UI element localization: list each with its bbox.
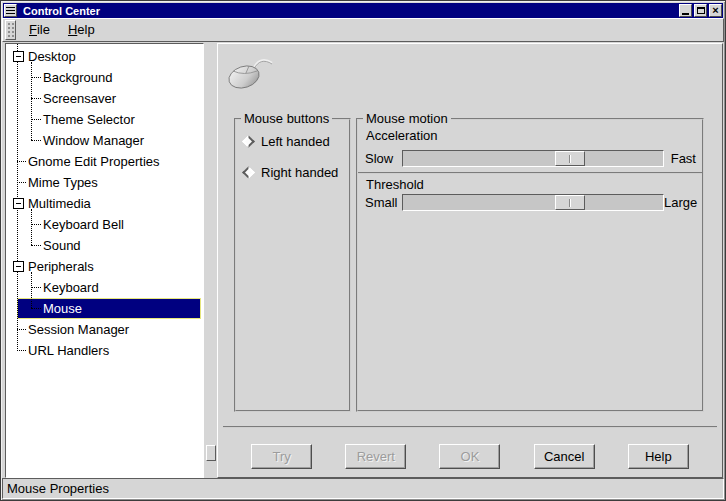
tree-item-label[interactable]: Gnome Edit Properties <box>28 154 160 169</box>
slider-handle-notch <box>569 155 571 163</box>
tree-item-label[interactable]: Desktop <box>28 49 76 64</box>
minimize-icon <box>682 13 689 15</box>
ok-button[interactable]: OK <box>439 444 500 469</box>
mouse-image <box>227 55 273 89</box>
help-button[interactable]: Help <box>628 444 689 469</box>
maximize-icon <box>697 7 705 14</box>
acceleration-slider[interactable] <box>402 150 664 167</box>
large-label: Large <box>664 195 697 210</box>
slider-handle[interactable] <box>555 195 585 210</box>
mouse-settings-panel: Mouse buttons Left handed Right handed M… <box>217 43 723 478</box>
tree-item-label[interactable]: URL Handlers <box>28 343 109 358</box>
close-icon: × <box>712 5 718 16</box>
tree-item-label[interactable]: Mime Types <box>28 175 98 190</box>
try-button[interactable]: Try <box>251 444 312 469</box>
slider-handle-notch <box>569 199 571 207</box>
mouse-buttons-group: Mouse buttons Left handed Right handed <box>234 118 351 412</box>
tree-item-mime-types[interactable]: Mime Types <box>6 172 203 193</box>
maximize-button[interactable] <box>694 4 707 17</box>
tree-item-label[interactable]: Sound <box>43 238 81 253</box>
tree-item-keyboard[interactable]: Keyboard <box>6 277 203 298</box>
minus-glyph <box>16 56 21 57</box>
tree-item-label[interactable]: Background <box>43 70 112 85</box>
window-menu-icon <box>6 7 15 15</box>
radio-label[interactable]: Left handed <box>261 134 330 149</box>
menu-drag-handle[interactable] <box>5 20 16 40</box>
tree-collapse-icon[interactable] <box>13 198 24 209</box>
tree-item-label[interactable]: Peripherals <box>28 259 94 274</box>
tree-item-mouse[interactable]: Mouse <box>6 298 203 319</box>
mouse-motion-legend: Mouse motion <box>363 111 451 126</box>
tree-guide-line <box>31 209 32 245</box>
mouse-motion-group: Mouse motion Acceleration Slow Fast Thre… <box>356 118 704 412</box>
tree-item-label[interactable]: Multimedia <box>28 196 91 211</box>
window-title: Control Center <box>23 5 100 17</box>
tree-item-peripherals[interactable]: Peripherals <box>6 256 203 277</box>
pane-grip[interactable] <box>206 445 216 461</box>
tree-item-sound[interactable]: Sound <box>6 235 203 256</box>
tree-item-keyboard-bell[interactable]: Keyboard Bell <box>6 214 203 235</box>
tree-item-label[interactable]: Mouse <box>43 301 82 316</box>
menu-bar: File Help <box>2 18 724 42</box>
control-center-window: Control Center × File Help <box>0 0 726 501</box>
tree-item-label[interactable]: Window Manager <box>43 133 144 148</box>
category-tree: Desktop Background Screensaver Theme Sel… <box>6 46 203 361</box>
status-bar: Mouse Properties <box>2 478 724 499</box>
tree-guide-line <box>31 62 32 140</box>
tree-item-desktop[interactable]: Desktop <box>6 46 203 67</box>
slow-label: Slow <box>365 151 402 166</box>
tree-item-multimedia[interactable]: Multimedia <box>6 193 203 214</box>
tree-item-label[interactable]: Keyboard <box>43 280 99 295</box>
main-area: Desktop Background Screensaver Theme Sel… <box>2 43 726 478</box>
tree-item-theme-selector[interactable]: Theme Selector <box>6 109 203 130</box>
threshold-slider[interactable] <box>402 194 664 211</box>
tree-item-gnome-edit-properties[interactable]: Gnome Edit Properties <box>6 151 203 172</box>
small-label: Small <box>365 195 402 210</box>
cancel-button[interactable]: Cancel <box>534 444 595 469</box>
radio-button-icon[interactable] <box>242 166 255 179</box>
status-text: Mouse Properties <box>3 481 109 496</box>
tree-item-session-manager[interactable]: Session Manager <box>6 319 203 340</box>
radio-right-handed[interactable]: Right handed <box>244 165 349 180</box>
title-bar[interactable]: Control Center × <box>3 3 723 18</box>
motion-separator <box>358 172 702 174</box>
threshold-row: Small Large <box>365 194 696 211</box>
tree-item-label[interactable]: Screensaver <box>43 91 116 106</box>
tree-item-background[interactable]: Background <box>6 67 203 88</box>
category-tree-panel: Desktop Background Screensaver Theme Sel… <box>5 43 204 478</box>
tree-item-url-handlers[interactable]: URL Handlers <box>6 340 203 361</box>
action-buttons: Try Revert OK Cancel Help <box>218 443 722 470</box>
threshold-label: Threshold <box>366 177 424 192</box>
tree-item-label[interactable]: Keyboard Bell <box>43 217 124 232</box>
tree-collapse-icon[interactable] <box>13 261 24 272</box>
tree-item-label[interactable]: Session Manager <box>28 322 129 337</box>
acceleration-row: Slow Fast <box>365 150 696 167</box>
slider-handle[interactable] <box>555 151 585 166</box>
menu-file[interactable]: File <box>20 19 59 41</box>
fast-label: Fast <box>671 151 696 166</box>
window-menu-button[interactable] <box>4 4 17 17</box>
minus-glyph <box>16 203 21 204</box>
revert-button[interactable]: Revert <box>345 444 406 469</box>
minimize-button[interactable] <box>679 4 692 17</box>
mouse-buttons-legend: Mouse buttons <box>241 111 332 126</box>
tree-item-label[interactable]: Theme Selector <box>43 112 135 127</box>
radio-button-icon[interactable] <box>242 135 255 148</box>
acceleration-label: Acceleration <box>366 128 438 143</box>
radio-left-handed[interactable]: Left handed <box>244 134 349 149</box>
tree-item-screensaver[interactable]: Screensaver <box>6 88 203 109</box>
radio-label[interactable]: Right handed <box>261 165 338 180</box>
close-button[interactable]: × <box>709 4 722 17</box>
minus-glyph <box>16 266 21 267</box>
tree-item-window-manager[interactable]: Window Manager <box>6 130 203 151</box>
action-area-separator <box>223 426 717 428</box>
tree-collapse-icon[interactable] <box>13 51 24 62</box>
pane-divider[interactable] <box>205 43 217 478</box>
tree-guide-line <box>31 272 32 308</box>
window-controls: × <box>679 4 722 17</box>
menu-help[interactable]: Help <box>59 19 104 41</box>
